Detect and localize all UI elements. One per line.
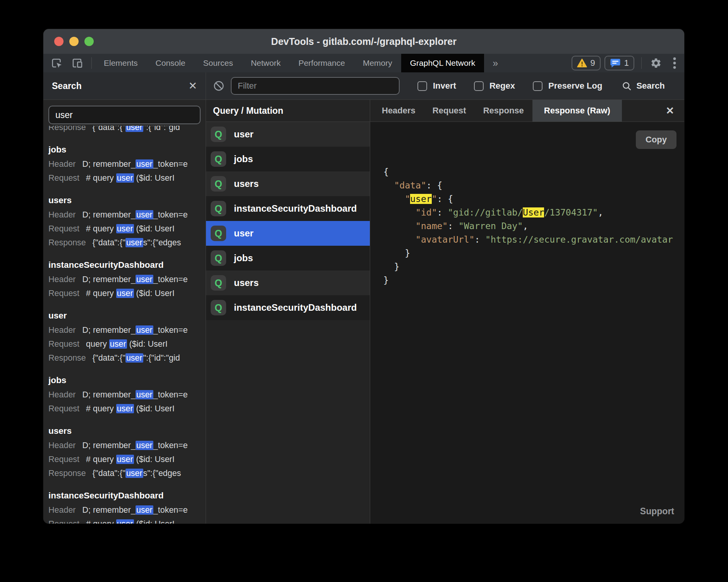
checkbox-box[interactable] (417, 81, 427, 91)
search-result-row[interactable]: HeaderD; remember_user_token=e (48, 388, 206, 402)
result-value: {"data":{"user":{"id":"gid (93, 126, 180, 132)
search-result-row[interactable]: Request# query user ($id: UserI (48, 402, 206, 416)
result-text: ($id: UserI (134, 519, 175, 524)
result-text: query (86, 339, 109, 349)
support-link[interactable]: Support (640, 505, 674, 518)
search-result-row[interactable]: Response{"data":{"users":{"edges (48, 466, 206, 480)
search-result-row[interactable]: Request# query user ($id: UserI (48, 286, 206, 300)
minimize-window-button[interactable] (69, 37, 79, 46)
query-list-item[interactable]: QinstanceSecurityDashboard (206, 295, 370, 320)
search-results: Response{"data":{"user":{"id":"gidjobsHe… (43, 126, 206, 524)
checkbox-preserve-log[interactable]: Preserve Log (533, 81, 602, 91)
search-result-row[interactable]: Response{"data":{"user":{"id":"gid (48, 351, 206, 365)
copy-button[interactable]: Copy (636, 130, 676, 149)
tab-memory[interactable]: Memory (354, 54, 401, 72)
query-list-item[interactable]: Qjobs (206, 246, 370, 270)
tab-response[interactable]: Response (475, 100, 532, 122)
inspect-element-icon[interactable] (50, 56, 64, 70)
filter-input[interactable] (231, 77, 400, 95)
highlighted-match: user (125, 469, 143, 478)
result-label: Request (48, 519, 79, 524)
result-value: D; remember_user_token=e (82, 390, 188, 399)
search-result-row[interactable]: Request# query user ($id: UserI (48, 452, 206, 466)
search-result-row[interactable]: Request# query user ($id: UserI (48, 222, 206, 236)
query-list-item[interactable]: Qusers (206, 270, 370, 295)
more-options-icon[interactable] (667, 56, 684, 70)
search-result-section-title[interactable]: jobs (48, 144, 206, 156)
search-result-row[interactable]: HeaderD; remember_user_token=e (48, 323, 206, 337)
query-list-item[interactable]: Quser (206, 122, 370, 147)
device-toolbar-icon[interactable] (71, 56, 84, 70)
query-list-item[interactable]: Qjobs (206, 147, 370, 171)
result-text: ($id: UserI (134, 173, 175, 183)
search-result-section-title[interactable]: users (48, 425, 206, 437)
clear-log-icon[interactable] (213, 80, 225, 92)
tab-sources[interactable]: Sources (194, 54, 242, 72)
result-text: # query (86, 519, 116, 524)
search-result-row[interactable]: Response{"data":{"user":{"id":"gid (48, 126, 206, 134)
result-text: D; remember_ (82, 390, 136, 399)
search-result-section-title[interactable]: jobs (48, 375, 206, 386)
search-panel-header: Search ✕ (43, 72, 206, 99)
search-result-row[interactable]: Request# query user ($id: UserI (48, 517, 206, 524)
search-result-section-title[interactable]: user (48, 310, 206, 322)
response-panel: HeadersRequestResponse Response (Raw) ✕ … (370, 100, 684, 524)
search-result-row[interactable]: Request# query user ($id: UserI (48, 171, 206, 185)
tab-network[interactable]: Network (242, 54, 290, 72)
result-value: {"data":{"users":{"edges (93, 469, 181, 478)
search-result-section-title[interactable]: instanceSecurityDashboard (48, 259, 206, 271)
search-result-row[interactable]: Response{"data":{"users":{"edges (48, 236, 206, 250)
search-toggle[interactable]: Search (622, 81, 664, 91)
tab-elements[interactable]: Elements (95, 54, 147, 72)
result-text: ($id: UserI (134, 289, 175, 298)
search-result-row[interactable]: HeaderD; remember_user_token=e (48, 272, 206, 286)
json-line: "avatarUrl": "https://secure.gravatar.co… (383, 233, 684, 246)
highlighted-match: user (116, 455, 134, 464)
highlighted-match: user (136, 505, 153, 515)
search-result-row[interactable]: HeaderD; remember_user_token=e (48, 503, 206, 517)
checkbox-box[interactable] (533, 81, 543, 91)
result-text: {"data":{" (93, 238, 125, 247)
result-value: # query user ($id: UserI (86, 224, 175, 233)
checkbox-label: Preserve Log (548, 81, 602, 91)
query-list-item[interactable]: Quser (206, 221, 370, 246)
highlighted-match: user (136, 210, 153, 219)
result-value: D; remember_user_token=e (82, 275, 188, 284)
query-list-item[interactable]: Qusers (206, 171, 370, 196)
tab-graphql-network[interactable]: GraphQL Network (401, 54, 484, 72)
search-result-row[interactable]: HeaderD; remember_user_token=e (48, 157, 206, 171)
result-label: Response (48, 353, 86, 363)
warnings-badge[interactable]: 9 (572, 56, 601, 70)
settings-gear-icon[interactable] (645, 57, 667, 69)
search-result-row[interactable]: HeaderD; remember_user_token=e (48, 208, 206, 222)
message-count: 1 (624, 58, 629, 68)
json-line: } (383, 274, 684, 287)
tab-console[interactable]: Console (147, 54, 194, 72)
search-close-icon[interactable]: ✕ (188, 81, 197, 91)
search-result-row[interactable]: Requestquery user ($id: UserI (48, 337, 206, 351)
query-name: jobs (234, 253, 253, 264)
result-text: _token=e (153, 210, 188, 219)
json-token: "data" (394, 180, 426, 190)
tab-request[interactable]: Request (424, 100, 475, 122)
query-list-item[interactable]: QinstanceSecurityDashboard (206, 196, 370, 221)
search-input[interactable] (48, 106, 201, 124)
search-result-section-title[interactable]: users (48, 195, 206, 206)
result-text: ($id: UserI (134, 404, 175, 413)
response-tabs-host: HeadersRequestResponse (373, 100, 532, 122)
more-tabs-button[interactable]: » (484, 54, 507, 72)
result-text: ($id: UserI (134, 455, 175, 464)
response-close-icon[interactable]: ✕ (656, 100, 684, 122)
zoom-window-button[interactable] (84, 37, 94, 46)
close-window-button[interactable] (54, 37, 64, 46)
issues-badge[interactable]: 1 (604, 56, 634, 70)
tab-response-raw[interactable]: Response (Raw) (532, 100, 622, 122)
tab-headers[interactable]: Headers (373, 100, 424, 122)
json-token: : { (437, 194, 453, 204)
checkbox-box[interactable] (474, 81, 484, 91)
tab-performance[interactable]: Performance (290, 54, 354, 72)
search-result-section-title[interactable]: instanceSecurityDashboard (48, 490, 206, 502)
checkbox-invert[interactable]: Invert (417, 81, 456, 91)
search-result-row[interactable]: HeaderD; remember_user_token=e (48, 438, 206, 452)
checkbox-regex[interactable]: Regex (474, 81, 515, 91)
